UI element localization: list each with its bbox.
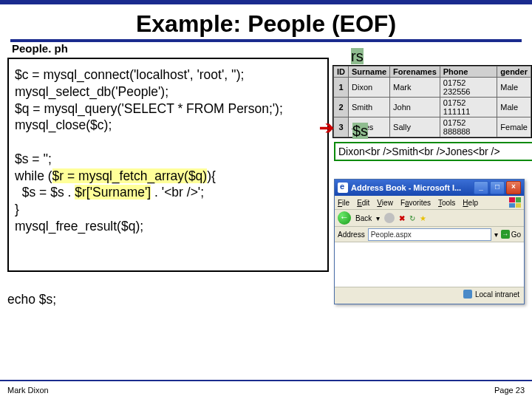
menu-view[interactable]: View (377, 199, 393, 207)
code-l3: $q = mysql_query('SELECT * FROM Person;'… (15, 100, 321, 117)
windows-logo-icon (509, 197, 521, 208)
go-arrow-icon: → (501, 230, 510, 239)
code-l9: mysql_free_result($q); (15, 218, 321, 235)
menu-file[interactable]: File (338, 199, 349, 207)
slide-title: Example: People (EOF) (0, 10, 532, 38)
title-underline (10, 39, 522, 42)
go-button[interactable]: → Go (501, 230, 521, 239)
browser-titlebar: Address Book - Microsoft I... _ □ × (335, 180, 524, 196)
table-row: 2 Smith John 01752 111111 Male (334, 98, 531, 117)
menu-edit[interactable]: Edit (357, 199, 369, 207)
maximize-button[interactable]: □ (490, 181, 505, 194)
browser-window: Address Book - Microsoft I... _ □ × File… (334, 179, 525, 304)
footer: Mark Dixon Page 23 (0, 380, 532, 399)
code-l8: } (15, 201, 321, 218)
top-bar (0, 0, 532, 4)
stop-button[interactable]: ✖ (399, 214, 405, 222)
browser-toolbar: ← Back ▾ ✖ ↻ ★ (335, 210, 524, 227)
rs-label: rs (351, 48, 364, 65)
forward-button[interactable] (384, 213, 395, 223)
table-row: 1 Dixon Mark 01752 232556 Male (334, 78, 531, 98)
code-l2: mysql_select_db('People'); (15, 83, 321, 100)
table-header-row: ID Surname Forenames Phone gender (334, 66, 531, 78)
minimize-button[interactable]: _ (474, 181, 488, 194)
s-label: $s (352, 123, 368, 140)
echo-stmt: echo $s; (7, 292, 56, 307)
address-label: Address (338, 231, 365, 239)
browser-addressbar: Address People.aspx ▾ → Go (335, 227, 524, 242)
code-box: $c = mysql_connect('localhost', 'root', … (7, 58, 329, 272)
code-l5: $s = ''; (15, 151, 321, 168)
code-l4: mysql_close($c); (15, 117, 321, 134)
browser-statusbar: Local intranet (335, 287, 524, 301)
browser-title-text: Address Book - Microsoft I... (351, 183, 461, 192)
close-button[interactable]: × (506, 181, 521, 194)
menu-help[interactable]: Help (463, 199, 478, 207)
browser-content (335, 242, 524, 287)
favorites-icon[interactable]: ★ (420, 214, 426, 222)
refresh-button[interactable]: ↻ (409, 214, 415, 222)
browser-menubar: File Edit View Favorites Tools Help (335, 196, 524, 210)
address-dropdown-icon[interactable]: ▾ (494, 231, 498, 239)
status-text: Local intranet (475, 290, 519, 299)
intranet-icon (463, 290, 472, 299)
code-l1: $c = mysql_connect('localhost', 'root', … (15, 66, 321, 83)
arrow-icon: ➔ (319, 117, 334, 138)
s-content-box: Dixon<br />Smith<br />Jones<br /> (334, 142, 532, 161)
back-dropdown-icon[interactable]: ▾ (376, 214, 380, 222)
address-input[interactable]: People.aspx (368, 228, 491, 241)
ie-icon (338, 183, 348, 193)
code-l6: while ($r = mysql_fetch_array($q)){ (15, 168, 321, 185)
back-label: Back (355, 214, 372, 222)
menu-favorites[interactable]: Favorites (400, 199, 431, 207)
back-button[interactable]: ← (338, 211, 351, 225)
menu-tools[interactable]: Tools (438, 199, 455, 207)
code-l7: $s = $s . $r['Surname'] . '<br />'; (15, 184, 321, 201)
page-number: Page 23 (494, 386, 525, 395)
author: Mark Dixon (7, 386, 49, 395)
